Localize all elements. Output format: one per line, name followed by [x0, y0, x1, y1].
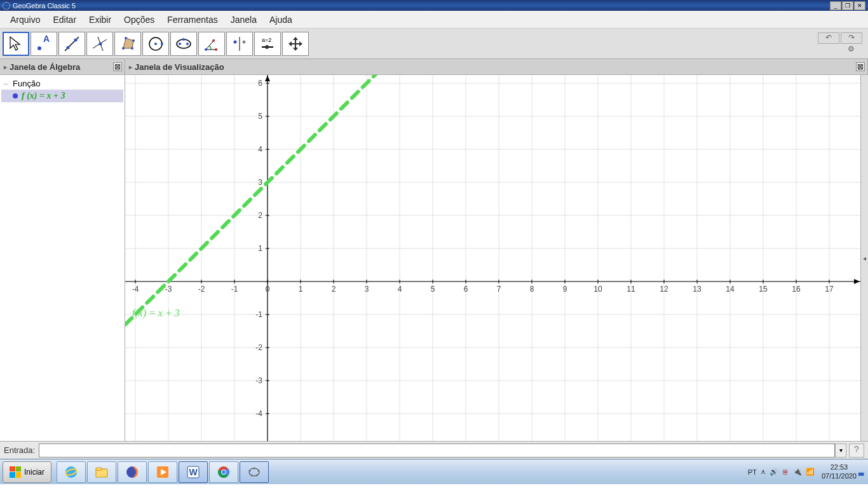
tool-reflect[interactable]: [226, 32, 253, 56]
algebra-category[interactable]: ─ Função: [1, 78, 123, 90]
app-title: GeoGebra Classic 5: [13, 2, 76, 10]
algebra-panel-close-icon[interactable]: ⊠: [113, 62, 122, 71]
taskbar-ie-icon[interactable]: [57, 461, 86, 483]
algebra-panel[interactable]: ─ Função f (x) = x + 3: [0, 75, 125, 441]
tray-show-desktop[interactable]: ▃: [858, 468, 864, 476]
tray-volume-icon[interactable]: 🔊: [770, 468, 778, 476]
graphics-panel-header[interactable]: ▸ Janela de Visualização ⊠: [125, 59, 868, 74]
svg-rect-135: [96, 468, 102, 470]
start-button[interactable]: Iniciar: [3, 461, 51, 483]
minimize-button[interactable]: _: [830, 1, 841, 10]
app-icon: [3, 2, 10, 10]
tool-move[interactable]: [3, 32, 29, 56]
svg-text:11: 11: [627, 285, 635, 294]
function-definition: f (x) = x + 3: [22, 91, 65, 101]
svg-point-25: [243, 40, 246, 43]
menu-ajuda[interactable]: Ajuda: [263, 12, 299, 27]
taskbar-explorer-icon[interactable]: [87, 461, 116, 483]
menu-arquivo[interactable]: Arquivo: [4, 12, 46, 27]
svg-text:6: 6: [464, 285, 468, 294]
menu-editar[interactable]: Editar: [46, 12, 83, 27]
taskbar-word-icon[interactable]: W: [179, 461, 208, 483]
taskbar-mediaplayer-icon[interactable]: [148, 461, 177, 483]
tree-toggle-icon[interactable]: ─: [4, 81, 10, 87]
taskbar-geogebra-icon[interactable]: [240, 461, 269, 483]
tray-power-icon[interactable]: 🔌: [793, 468, 802, 476]
tool-ellipse[interactable]: [170, 32, 197, 56]
maximize-button[interactable]: ❐: [842, 1, 853, 10]
svg-marker-65: [265, 76, 270, 81]
collapse-arrow-icon[interactable]: ▸: [129, 64, 132, 71]
svg-text:-4: -4: [255, 409, 262, 418]
windows-logo-icon: [10, 466, 21, 478]
menu-opcoes[interactable]: Opções: [118, 12, 161, 27]
svg-text:5: 5: [431, 285, 435, 294]
input-history-dropdown[interactable]: ▾: [835, 444, 846, 458]
taskbar-chrome-icon[interactable]: [209, 461, 238, 483]
algebra-function-item[interactable]: f (x) = x + 3: [1, 90, 123, 102]
redo-button[interactable]: ↷: [841, 32, 862, 44]
svg-text:5: 5: [258, 112, 262, 121]
collapse-arrow-icon[interactable]: ▸: [4, 64, 7, 71]
algebra-panel-header[interactable]: ▸ Janela de Álgebra ⊠: [0, 59, 125, 74]
svg-text:10: 10: [593, 285, 602, 294]
menu-janela[interactable]: Janela: [224, 12, 263, 27]
svg-text:-1: -1: [255, 310, 262, 319]
svg-point-17: [179, 43, 181, 45]
tool-slider[interactable]: a=2: [254, 32, 281, 56]
tray-security-icon[interactable]: ⛨: [782, 468, 789, 476]
svg-text:f(x)  =  x + 3: f(x) = x + 3: [132, 308, 180, 319]
svg-text:-1: -1: [231, 285, 238, 294]
svg-point-7: [99, 42, 102, 45]
svg-text:14: 14: [726, 285, 735, 294]
svg-text:W: W: [189, 467, 198, 477]
tray-clock[interactable]: 22:53 07/11/2020: [822, 463, 857, 480]
svg-point-12: [125, 37, 127, 39]
menu-exibir[interactable]: Exibir: [83, 12, 118, 27]
input-label: Entrada:: [4, 445, 35, 455]
command-input[interactable]: [39, 444, 835, 458]
menu-bar: Arquivo Editar Exibir Opções Ferramentas…: [0, 11, 868, 29]
windows-taskbar: Iniciar W PT ⋏ 🔊 ⛨ 🔌 📶 22:53 07/11/2020 …: [0, 459, 868, 484]
visibility-bullet-icon[interactable]: [13, 93, 18, 98]
svg-point-24: [234, 40, 237, 43]
svg-text:17: 17: [825, 285, 834, 294]
tray-show-hidden-icon[interactable]: ⋏: [761, 468, 766, 476]
svg-point-149: [258, 470, 260, 471]
svg-point-151: [251, 474, 253, 476]
svg-text:6: 6: [258, 79, 262, 88]
panels-header-row: ▸ Janela de Álgebra ⊠ ▸ Janela de Visual…: [0, 59, 868, 75]
close-window-button[interactable]: ✕: [854, 1, 865, 10]
svg-point-146: [249, 468, 259, 476]
svg-text:16: 16: [792, 285, 801, 294]
graphics-view[interactable]: -4-3-2-101234567891011121314151617-4-3-2…: [125, 75, 860, 441]
svg-point-145: [222, 470, 226, 474]
tool-move-view[interactable]: [282, 32, 309, 56]
side-expander[interactable]: ◂: [860, 75, 868, 441]
svg-text:2: 2: [332, 285, 336, 294]
svg-point-11: [132, 39, 135, 42]
undo-button[interactable]: ↶: [818, 32, 839, 44]
tool-polygon[interactable]: [114, 32, 141, 56]
main-content: ─ Função f (x) = x + 3 -4-3-2-1012345678…: [0, 75, 868, 441]
svg-text:8: 8: [530, 285, 534, 294]
svg-point-0: [37, 46, 41, 50]
tool-angle[interactable]: [198, 32, 225, 56]
svg-text:1: 1: [258, 244, 262, 253]
svg-text:7: 7: [497, 285, 501, 294]
svg-text:a=2: a=2: [262, 37, 271, 43]
menu-ferramentas[interactable]: Ferramentas: [161, 12, 224, 27]
tray-network-icon[interactable]: 📶: [806, 468, 815, 476]
tool-point[interactable]: A: [31, 32, 57, 56]
input-help-button[interactable]: ?: [849, 444, 864, 458]
graphics-panel-close-icon[interactable]: ⊠: [856, 62, 865, 71]
tray-language[interactable]: PT: [748, 468, 757, 476]
tool-line[interactable]: [58, 32, 85, 56]
tray-time: 22:53: [822, 463, 857, 471]
taskbar-firefox-icon[interactable]: [118, 461, 147, 483]
svg-text:9: 9: [563, 285, 567, 294]
tool-perpendicular[interactable]: [86, 32, 113, 56]
tool-circle[interactable]: [142, 32, 169, 56]
svg-point-148: [254, 467, 255, 469]
settings-gear-icon[interactable]: ⚙: [840, 44, 862, 56]
